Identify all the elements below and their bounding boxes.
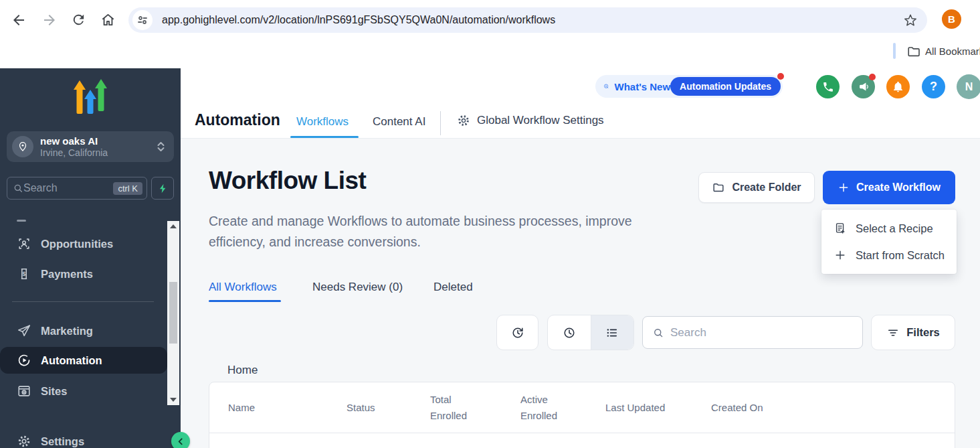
marketing-icon (17, 323, 31, 338)
table-header-row: Name Status Total Enrolled Active Enroll… (209, 382, 955, 433)
breadcrumb-home[interactable]: Home (227, 364, 258, 377)
automation-updates-badge[interactable]: Automation Updates (670, 77, 781, 96)
reload-icon (71, 12, 86, 27)
sidebar-item-marketing[interactable]: Marketing (0, 321, 167, 340)
column-header-last-updated: Last Updated (605, 400, 711, 415)
folder-icon (906, 44, 921, 59)
recent-view-button[interactable] (548, 315, 591, 350)
notification-dot (777, 73, 784, 80)
global-workflow-settings-link[interactable]: Global Workflow Settings (457, 114, 604, 127)
quick-actions-button[interactable] (151, 177, 174, 200)
create-workflow-menu: Select a Recipe Start from Scratch (821, 210, 957, 274)
menu-item-select-recipe[interactable]: Select a Recipe (821, 215, 957, 242)
workflow-list-description: Create and manage Workflows to automate … (209, 211, 674, 252)
address-bar[interactable]: app.gohighlevel.com/v2/location/lnPS691g… (128, 7, 927, 33)
keyboard-shortcut-badge: ctrl K (113, 182, 142, 195)
help-button[interactable]: ? (922, 75, 945, 98)
column-header-status: Status (347, 400, 430, 415)
account-location: Irvine, California (40, 147, 156, 159)
app-header: Automation Workflows Content AI Global W… (181, 68, 980, 139)
sidebar-item-settings[interactable]: Settings (0, 432, 167, 448)
tab-needs-review[interactable]: Needs Review (0) (312, 281, 403, 294)
header-divider (440, 111, 441, 135)
create-workflow-button[interactable]: Create Workflow (823, 171, 955, 204)
sidebar-item-opportunities[interactable]: Opportunities (0, 234, 167, 253)
execution-logs-button[interactable] (496, 315, 538, 350)
forward-button[interactable] (41, 12, 58, 28)
tab-workflows[interactable]: Workflows (296, 115, 349, 129)
sidebar-item-payments[interactable]: $ Payments (0, 265, 167, 283)
plus-icon (838, 181, 850, 194)
workflows-table: Name Status Total Enrolled Active Enroll… (209, 382, 955, 448)
sidebar-collapse-button[interactable] (171, 432, 190, 448)
notification-dot (869, 74, 876, 80)
sidebar-item-label: Opportunities (41, 238, 113, 250)
announcements-button[interactable] (852, 75, 875, 98)
tab-content-ai[interactable]: Content AI (373, 115, 425, 129)
create-workflow-label: Create Workflow (856, 181, 941, 194)
whats-new-label: What's New (615, 81, 671, 92)
column-header-name: Name (228, 400, 347, 415)
back-arrow-icon (11, 12, 27, 28)
bookmarks-bar: All Bookmarks (0, 38, 980, 68)
site-info-icon[interactable] (132, 10, 153, 30)
megaphone-icon (857, 80, 870, 93)
account-name: new oaks AI (40, 135, 156, 148)
home-icon (100, 12, 116, 27)
reload-button[interactable] (71, 12, 87, 28)
scroll-up-arrow[interactable] (167, 221, 179, 232)
sidebar-item-label: Automation (41, 354, 102, 367)
notifications-button[interactable] (886, 75, 910, 98)
clock-icon (562, 325, 577, 340)
scroll-down-arrow[interactable] (167, 394, 179, 405)
url-text[interactable]: app.gohighlevel.com/v2/location/lnPS691g… (162, 14, 903, 26)
forward-arrow-icon (41, 12, 58, 28)
create-folder-label: Create Folder (732, 181, 801, 194)
bookmark-star-icon[interactable] (903, 13, 918, 27)
content-area: Workflow List Create and manage Workflow… (181, 139, 980, 448)
home-button[interactable] (100, 12, 116, 28)
tab-all-workflows[interactable]: All Workflows (209, 281, 277, 294)
column-header-total-enrolled: Total Enrolled (430, 392, 473, 423)
whats-new-pill[interactable]: What's New Automation Updates (595, 75, 783, 98)
question-mark-icon: ? (930, 80, 937, 94)
chevron-left-icon (175, 436, 186, 447)
plus-icon (834, 248, 847, 262)
account-switcher[interactable]: new oaks AI Irvine, California (7, 131, 174, 162)
search-icon (652, 327, 664, 339)
sites-icon (17, 384, 31, 398)
scrollbar-thumb[interactable] (169, 282, 177, 344)
sidebar-scrollbar[interactable] (167, 221, 179, 405)
workflow-search-field[interactable] (642, 316, 863, 349)
history-clock-icon (510, 325, 525, 340)
workflow-list-title: Workflow List (209, 167, 366, 195)
sidebar-item-sites[interactable]: Sites (0, 382, 167, 400)
menu-item-label: Start from Scratch (856, 249, 945, 262)
all-bookmarks-label[interactable]: All Bookmarks (925, 46, 980, 57)
tab-deleted[interactable]: Deleted (433, 281, 473, 294)
automation-icon (17, 353, 31, 368)
sidebar-search-input[interactable] (23, 182, 90, 194)
folder-icon (712, 181, 725, 194)
sidebar-item-automation[interactable]: Automation (0, 347, 167, 374)
list-icon (605, 325, 619, 340)
sidebar-item-label: Payments (41, 268, 93, 281)
create-folder-button[interactable]: Create Folder (698, 172, 815, 203)
whats-new-icon (603, 80, 609, 93)
lightning-bolt-icon (157, 183, 169, 194)
menu-item-start-from-scratch[interactable]: Start from Scratch (821, 242, 957, 269)
column-header-active-enrolled: Active Enrolled (520, 392, 563, 423)
workflow-search-input[interactable] (670, 326, 862, 340)
sidebar-search-row: ctrl K (7, 177, 174, 200)
filters-button[interactable]: Filters (871, 315, 955, 350)
list-view-button[interactable] (591, 315, 634, 350)
sidebar-search-field[interactable]: ctrl K (7, 177, 147, 200)
back-button[interactable] (11, 12, 27, 28)
user-avatar[interactable]: N (957, 74, 980, 99)
opportunities-icon (17, 236, 31, 251)
main-area: Automation Workflows Content AI Global W… (181, 68, 980, 448)
phone-button[interactable] (816, 75, 840, 98)
recipe-icon (834, 222, 847, 235)
scrolled-item-remnant (17, 220, 26, 222)
browser-profile-avatar[interactable]: B (942, 9, 961, 29)
